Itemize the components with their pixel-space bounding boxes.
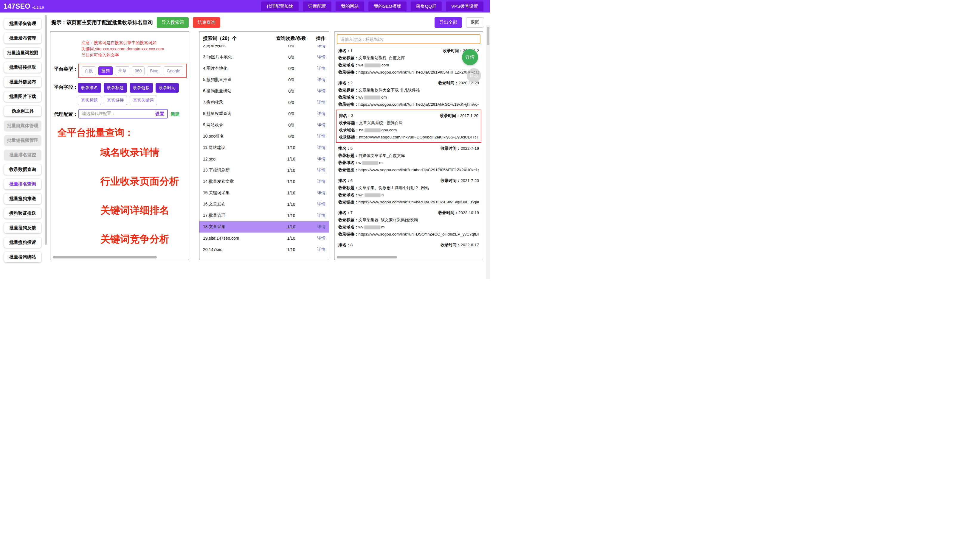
sidebar-item[interactable]: 批量图片下载 [4, 92, 41, 102]
sidebar-item[interactable]: 批量自媒体管理 [4, 121, 41, 131]
keyword-row[interactable]: 11.网站建设 1/10 详情 [199, 142, 329, 153]
detail-fab-button[interactable]: 详情 [462, 49, 478, 65]
result-domain: 收录域名：wen [338, 192, 479, 199]
result-item[interactable]: 排名：1 收录时间：2022-8-2 收录标题：文章采集站教程_百度文库 收录域… [336, 45, 481, 77]
result-item[interactable]: 排名：7 收录时间：2022-10-19 收录标题：文章采集器_软文素材采集|爱… [336, 207, 481, 240]
keyword-row[interactable]: 3.ftp图片本地化 0/0 详情 [199, 51, 329, 63]
platform-type-button[interactable]: 百度 [82, 66, 96, 75]
sidebar-item[interactable]: 收录数据查询 [4, 164, 41, 175]
sidebar-item[interactable]: 批量搜狗推送 [4, 194, 41, 204]
results-h-scrollbar[interactable] [337, 256, 481, 258]
sidebar-item[interactable]: 批量搜狗投诉 [4, 237, 41, 248]
keyword-row[interactable]: 4.图片本地化 0/0 详情 [199, 63, 329, 74]
keyword-row[interactable]: 14.批量发布文章 1/10 详情 [199, 176, 329, 187]
header-nav-button[interactable]: 代理配置加速 [261, 2, 299, 11]
keyword-detail-link[interactable]: 详情 [310, 77, 326, 82]
keyword-detail-link[interactable]: 详情 [310, 45, 326, 49]
keyword-row[interactable]: 20.147seo 1/10 详情 [199, 244, 329, 255]
sidebar-item[interactable]: 批量外链发布 [4, 77, 41, 87]
keyword-detail-link[interactable]: 详情 [310, 224, 326, 230]
platform-field-button[interactable]: 收录标题 [104, 83, 127, 93]
keyword-row[interactable]: 16.文章发布 1/10 详情 [199, 199, 329, 210]
header-nav-button[interactable]: VPS拨号设置 [446, 2, 483, 11]
sidebar-item[interactable]: 批量链接抓取 [4, 62, 41, 73]
filter-input[interactable] [337, 34, 481, 44]
keyword-detail-link[interactable]: 详情 [310, 122, 326, 128]
keyword-detail-link[interactable]: 详情 [310, 236, 326, 241]
platform-type-button[interactable]: 360 [132, 66, 145, 75]
proxy-select[interactable]: 请选择代理配置： 设置 [78, 109, 168, 118]
keyword-row[interactable]: 7.搜狗收录 0/0 详情 [199, 97, 329, 108]
sidebar-item[interactable]: 批量搜狗绑站 [4, 252, 41, 262]
proxy-new-link[interactable]: 新建 [171, 112, 180, 117]
header-nav-button[interactable]: 我的SEO模版 [368, 2, 407, 11]
keyword-detail-link[interactable]: 详情 [310, 89, 326, 94]
header-nav-button[interactable]: 采集QQ群 [411, 2, 442, 11]
platform-type-button[interactable]: 头条 [115, 66, 129, 75]
keyword-detail-link[interactable]: 详情 [310, 54, 326, 60]
keyword-detail-link[interactable]: 详情 [310, 179, 326, 184]
keyword-detail-link[interactable]: 详情 [310, 247, 326, 252]
sidebar-item[interactable]: 伪原创工具 [4, 106, 41, 117]
stop-query-button[interactable]: 结束查询 [193, 17, 220, 28]
platform-field-button[interactable]: 收录链接 [130, 83, 153, 93]
keyword-row[interactable]: 10.seo排名 0/0 详情 [199, 131, 329, 142]
platform-field-button[interactable]: 真实标题 [78, 95, 101, 105]
result-item[interactable]: 排名：8 收录时间：2022-8-17 收录标题： 收录域名： 收录链接： [336, 240, 481, 250]
keyword-row[interactable]: 17.批量管理 1/10 详情 [199, 210, 329, 221]
sidebar-item[interactable]: 批量采集管理 [4, 18, 41, 29]
keyword-row[interactable]: 5.搜狗批量推送 0/0 详情 [199, 74, 329, 85]
window-scroll-thumb[interactable] [487, 27, 489, 45]
header-nav-button[interactable]: 词库配置 [303, 2, 331, 11]
window-scrollbar[interactable] [486, 25, 490, 279]
keyword-row[interactable]: 6.搜狗批量绑站 0/0 详情 [199, 85, 329, 97]
platform-field-button[interactable]: 收录排名 [78, 83, 101, 93]
platform-field-button[interactable]: 真实链接 [104, 95, 127, 105]
keyword-row[interactable]: 19.site:147seo.com 1/10 详情 [199, 233, 329, 244]
result-item[interactable]: 排名：5 收录时间：2022-7-19 收录标题：自媒体文章采集_百度文库 收录… [336, 143, 481, 175]
keyword-detail-link[interactable]: 详情 [310, 134, 326, 139]
keyword-row[interactable]: 13.下拉词刷新 1/10 详情 [199, 165, 329, 176]
keyword-detail-link[interactable]: 详情 [310, 213, 326, 218]
keyword-row[interactable]: 9.网站收录 0/0 详情 [199, 120, 329, 131]
sidebar-item[interactable]: 批量搜狗反馈 [4, 223, 41, 233]
results-h-scroll-thumb[interactable] [337, 256, 397, 258]
platform-type-button[interactable]: 搜狗 [98, 66, 113, 75]
sidebar-item[interactable]: 批量排名查询 [4, 179, 41, 189]
config-h-scrollbar[interactable] [53, 256, 186, 258]
keyword-row[interactable]: 8.批量权重查询 0/0 详情 [199, 108, 329, 120]
platform-field-button[interactable]: 真实关键词 [130, 95, 157, 105]
keyword-row[interactable]: 12.seo 1/10 详情 [199, 153, 329, 165]
platform-type-button[interactable]: Bing [147, 66, 161, 75]
sidebar-item[interactable]: 批量短视频管理 [4, 135, 41, 146]
sidebar-item[interactable]: 搜狗验证推送 [4, 208, 41, 218]
log-fab-button[interactable]: 日志 [467, 68, 481, 82]
platform-type-button[interactable]: Google [164, 66, 183, 75]
sidebar-item[interactable]: 批量流量词挖掘 [4, 48, 41, 58]
panels: 注意：搜索词是在搜索引擎中的搜索词如: 关键词,site:xxx.xxx.com… [50, 31, 490, 260]
keyword-detail-link[interactable]: 详情 [310, 100, 326, 105]
keyword-row[interactable]: 18.文章采集 1/10 详情 [199, 221, 329, 233]
keyword-row[interactable]: 2.阿里云oss 0/0 详情 [199, 45, 329, 51]
keyword-detail-link[interactable]: 详情 [310, 190, 326, 195]
result-item[interactable]: 排名：3 收录时间：2017-1-20 收录标题：文章采集系统 - 搜狗百科 收… [336, 110, 481, 143]
export-all-button[interactable]: 导出全部 [435, 17, 462, 28]
keyword-detail-link[interactable]: 详情 [310, 66, 326, 71]
sidebar-item[interactable]: 批量排名监控 [4, 150, 41, 160]
keyword-detail-link[interactable]: 详情 [310, 145, 326, 150]
proxy-settings-link[interactable]: 设置 [155, 111, 164, 117]
sidebar-item[interactable]: 批量发布管理 [4, 33, 41, 43]
keyword-detail-link[interactable]: 详情 [310, 111, 326, 117]
keyword-detail-link[interactable]: 详情 [310, 202, 326, 207]
config-h-scroll-thumb[interactable] [53, 256, 157, 258]
back-button[interactable]: 返回 [466, 17, 484, 28]
keyword-detail-link[interactable]: 详情 [310, 156, 326, 162]
keyword-row[interactable]: 15.关键词采集 1/10 详情 [199, 187, 329, 199]
keyword-detail-link[interactable]: 详情 [310, 167, 326, 173]
header-nav-button[interactable]: 我的网站 [336, 2, 364, 11]
import-keywords-button[interactable]: 导入搜索词 [157, 17, 189, 28]
result-item[interactable]: 排名：6 收录时间：2021-7-20 收录标题：文章采集、伪原创工具哪个好用？… [336, 175, 481, 207]
platform-field-button[interactable]: 收录时间 [156, 83, 179, 93]
sidebar-scrollbar[interactable] [45, 15, 47, 245]
result-item[interactable]: 排名：2 收录时间：2020-12-29 收录标题：文章采集软件大全下载 非凡软… [336, 77, 481, 110]
